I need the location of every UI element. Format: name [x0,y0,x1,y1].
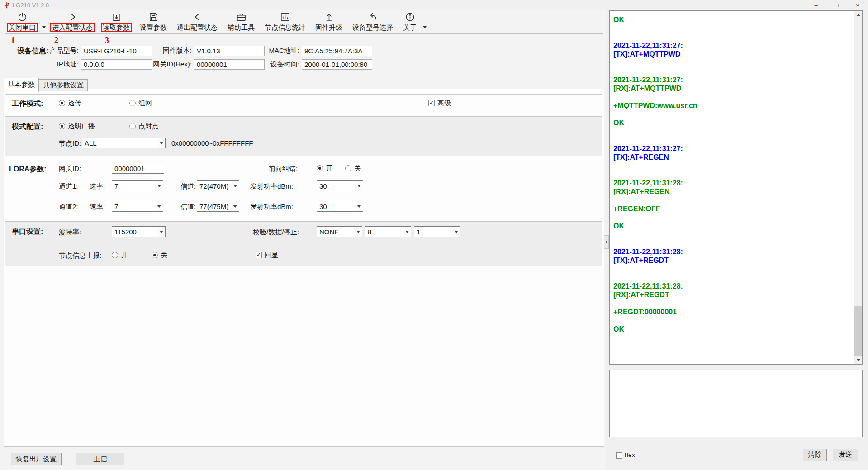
radio-icon [112,252,118,258]
toolbar-button-label: 关于 [401,23,418,32]
dropdown-arrow-icon[interactable] [355,201,363,211]
select-value: 30 [317,201,355,211]
log-line: [TX]:AT+REGDT [613,256,850,265]
toolbar-button-firmware-upgrade[interactable]: 固件升级 [310,10,347,33]
firmware-input[interactable]: V1.0.13 [194,46,265,56]
checkbox-advanced[interactable]: 高级 [428,99,451,108]
toolbar-button-about[interactable]: 关于 [398,10,422,33]
select-value: 1 [414,227,452,237]
dropdown-arrow-icon[interactable] [452,227,460,237]
send-button[interactable]: 发送 [833,449,858,461]
window-controls: – □ × [806,0,868,10]
dropdown-arrow-icon[interactable] [355,181,363,191]
channel1-power-select[interactable]: 30 [317,180,363,191]
firmware-field: 固件版本: V1.0.13 [150,46,265,56]
log-line: [RX]:AT+REGDT [613,290,850,299]
close-button[interactable]: × [847,0,868,10]
toolbar-button-aux-tools[interactable]: 辅助工具 [223,10,260,33]
radio-icon [317,165,323,171]
device-time-input[interactable]: 2000-01-01,00:00:80 [302,59,372,70]
annotation-step-2: 2 [54,36,58,45]
close-serial-dropdown-caret[interactable] [41,10,47,33]
scroll-down-arrow-icon[interactable] [854,356,862,364]
product-model-field: 产品型号: USR-LG210-L-10 [45,46,152,56]
tab-basic-params[interactable]: 基本参数 [4,78,39,92]
log-line: 2021-11-22,11:31:27: [613,76,850,84]
toolbar-button-device-model[interactable]: 设备型号选择 [347,10,398,33]
stop-bits-select[interactable]: 1 [414,226,460,237]
parity-select[interactable]: NONE [317,226,362,237]
mac-input[interactable]: 9C:A5:25:94:7A:3A [302,46,372,56]
product-model-label: 产品型号: [45,47,81,55]
toolbar-button-set-params[interactable]: 设置参数 [135,10,172,33]
dropdown-arrow-icon[interactable] [157,138,165,148]
toolbar-button-label: 固件升级 [313,23,344,32]
restart-button[interactable]: 重启 [76,453,124,465]
log-line: +REGDT:00000001 [613,308,850,316]
checkbox-echo[interactable]: 回显 [256,251,278,260]
radio-node-report-on[interactable]: 开 [112,251,128,260]
channel2-power-select[interactable]: 30 [317,201,363,212]
select-value: 7 [112,201,155,211]
radio-fec-off[interactable]: 关 [345,164,361,173]
baud-select[interactable]: 115200 [112,226,166,237]
radio-node-report-off[interactable]: 关 [152,251,167,260]
param-tabs: 基本参数 其他参数设置 [4,78,88,91]
dropdown-arrow-icon[interactable] [403,227,411,237]
hex-checkbox[interactable] [616,452,622,459]
toolbar-button-exit-config[interactable]: 退出配置状态 [172,10,223,33]
scrollbar-thumb[interactable] [854,306,862,356]
log-scrollbar[interactable] [854,11,862,364]
section-lora-params: LORA参数: 网关ID: 00000001 前向纠错: 开 关 通道1: 速率… [5,158,602,216]
send-input-area[interactable] [609,370,863,437]
channel2-chan-label: 信道: [180,203,196,211]
data-bits-select[interactable]: 8 [365,226,411,237]
gateway-id-input[interactable]: 00000001 [112,163,164,174]
gateway-id-hex-label: 网关ID(Hex): [150,60,194,69]
minimize-button[interactable]: – [806,0,826,10]
toolbar-button-read-params[interactable]: 读取参数 3 [98,10,135,33]
toolbar-button-node-stats[interactable]: 节点信息统计 [260,10,310,33]
log-line: +REGEN:OFF [613,204,850,213]
log-output[interactable]: OK 2021-11-22,11:31:27: [TX]:AT+MQTTPWD … [609,10,863,365]
log-line: OK [613,119,850,127]
channel1-channel-select[interactable]: 72(470M) [197,180,239,191]
radio-label: 开 [326,164,332,173]
channel2-channel-select[interactable]: 77(475M) [197,201,239,212]
radio-transparent-broadcast[interactable]: 透明广播 [59,122,95,131]
maximize-button[interactable]: □ [826,0,847,10]
radio-label: 透明广播 [68,122,95,131]
radio-network-mode[interactable]: 组网 [129,99,152,108]
factory-reset-button[interactable]: 恢复出厂设置 [11,453,62,465]
section-mode-config: 模式配置: 透明广播 点对点 节点ID: ALL 0x00000000~0xFF… [5,116,602,156]
log-panel: OK 2021-11-22,11:31:27: [TX]:AT+MQTTPWD … [609,10,863,470]
gateway-id-hex-input[interactable]: 00000001 [194,59,265,70]
radio-point-to-point[interactable]: 点对点 [129,122,159,131]
clear-button[interactable]: 清除 [803,449,827,461]
dropdown-arrow-icon[interactable] [354,227,362,237]
dropdown-arrow-icon[interactable] [157,227,165,237]
main-toolbar: 关闭串口 1 进入配置状态 2 读取参数 3 设置参数 [0,10,428,33]
lora-params-title: LORA参数: [9,165,47,174]
ip-field: IP地址: 0.0.0.0 [45,59,152,70]
info-circle-icon [405,12,415,22]
tab-other-params[interactable]: 其他参数设置 [39,79,88,91]
radio-transparent-mode[interactable]: 透传 [59,99,81,108]
radio-icon [59,123,65,129]
scroll-up-arrow-icon[interactable] [854,11,862,19]
log-line: 2021-11-22,11:31:27: [613,144,850,153]
product-model-input[interactable]: USR-LG210-L-10 [81,46,152,56]
dropdown-arrow-icon[interactable] [231,201,239,211]
about-dropdown-caret[interactable] [422,10,428,33]
toolbar-button-enter-config[interactable]: 进入配置状态 2 [47,10,98,33]
toolbar-button-close-serial[interactable]: 关闭串口 1 [4,10,41,33]
channel1-rate-select[interactable]: 7 [112,180,163,191]
dropdown-arrow-icon[interactable] [155,201,163,211]
channel2-rate-select[interactable]: 7 [112,201,163,212]
dropdown-arrow-icon[interactable] [231,181,239,191]
dropdown-arrow-icon[interactable] [155,181,163,191]
node-id-select[interactable]: ALL [82,138,166,148]
ip-input[interactable]: 0.0.0.0 [81,59,152,70]
radio-fec-on[interactable]: 开 [317,164,332,173]
hex-checkbox-field[interactable]: Hex [616,452,635,459]
